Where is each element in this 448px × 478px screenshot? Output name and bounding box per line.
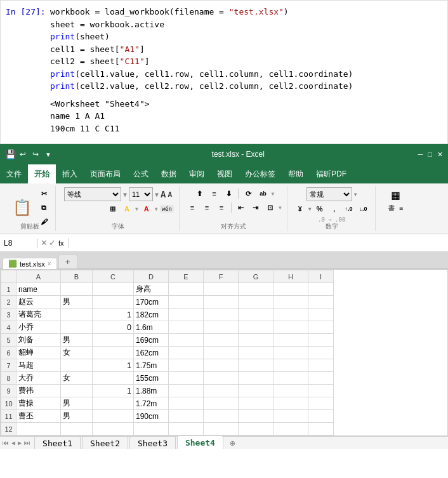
align-bottom-btn[interactable]: ⬇ (222, 187, 235, 200)
cell-4-C[interactable]: 0 (93, 321, 134, 334)
col-header-i[interactable]: I (308, 270, 334, 283)
cell-4-A[interactable]: 小乔 (16, 321, 61, 334)
cell-4-E[interactable] (169, 321, 204, 334)
currency-dropdown[interactable]: ▼ (308, 206, 312, 212)
menu-start[interactable]: 开始 (28, 164, 56, 183)
wenhao-btn[interactable]: wén (160, 205, 174, 213)
cell-5-F[interactable] (204, 334, 239, 347)
cell-2-G[interactable] (239, 296, 273, 309)
cell-2-B[interactable]: 男 (61, 296, 93, 309)
redo-icon[interactable]: ↪ (30, 149, 41, 159)
cell-2-A[interactable]: 赵云 (16, 296, 61, 309)
cell-8-A[interactable]: 大乔 (16, 372, 61, 385)
cell-7-I[interactable] (308, 359, 334, 372)
fill-color-dropdown[interactable]: ▼ (135, 206, 138, 212)
cell-12-E[interactable] (169, 423, 204, 435)
undo-icon[interactable]: ↩ (18, 149, 28, 159)
cell-6-D[interactable]: 162cm (134, 347, 169, 359)
rotate-text-btn[interactable]: ⟳ (242, 187, 254, 200)
cell-1-F[interactable] (204, 283, 239, 296)
underline-button[interactable] (91, 202, 104, 215)
col-header-h[interactable]: H (273, 270, 308, 283)
cell-8-C[interactable] (93, 372, 134, 385)
cell-11-F[interactable] (204, 410, 239, 423)
menu-review[interactable]: 审阅 (183, 164, 211, 183)
decrease-decimal-btn[interactable]: ↓.0 (357, 202, 370, 215)
cell-12-I[interactable] (308, 423, 334, 435)
sheet-nav-next[interactable]: ▶ (18, 439, 22, 446)
cell-7-G[interactable] (239, 359, 273, 372)
cell-8-E[interactable] (169, 372, 204, 385)
cell-10-B[interactable]: 男 (61, 397, 93, 410)
menu-insert[interactable]: 插入 (56, 164, 84, 183)
align-left-btn[interactable]: ≡ (186, 201, 199, 214)
spreadsheet-container[interactable]: A B C D E F G H I 1name身高2赵云男170cm3诸葛亮11… (0, 269, 448, 436)
align-top-btn[interactable]: ⬆ (193, 187, 206, 200)
cell-9-B[interactable] (61, 385, 93, 397)
row-header-5[interactable]: 5 (1, 334, 16, 347)
cell-9-H[interactable] (273, 385, 308, 397)
cell-10-C[interactable] (93, 397, 134, 410)
cell-1-A[interactable]: name (16, 283, 61, 296)
cell-11-G[interactable] (239, 410, 273, 423)
cell-8-B[interactable]: 女 (61, 372, 93, 385)
cell-11-I[interactable] (308, 410, 334, 423)
col-header-g[interactable]: G (239, 270, 273, 283)
add-sheet-btn[interactable]: ⊕ (230, 438, 235, 448)
cell-ref[interactable]: L8 (0, 239, 38, 248)
bold-button[interactable] (62, 202, 75, 215)
cancel-formula-btn[interactable]: ✕ (41, 238, 48, 248)
menu-formula[interactable]: 公式 (127, 164, 155, 183)
percent-btn[interactable]: % (313, 202, 326, 215)
new-tab-btn[interactable]: + (58, 255, 77, 269)
cell-1-G[interactable] (239, 283, 273, 296)
cell-8-G[interactable] (239, 372, 273, 385)
border-button[interactable]: ⊞ (106, 202, 119, 215)
cell-11-H[interactable] (273, 410, 308, 423)
cell-2-D[interactable]: 170cm (134, 296, 169, 309)
number-format-select[interactable]: 常规 (306, 187, 352, 201)
cell-10-D[interactable]: 1.72m (134, 397, 169, 410)
sheet-tab-sheet2[interactable]: Sheet2 (82, 436, 128, 449)
maximize-btn[interactable]: □ (428, 150, 432, 159)
row-header-6[interactable]: 6 (1, 347, 16, 359)
cell-10-H[interactable] (273, 397, 308, 410)
cell-6-C[interactable] (93, 347, 134, 359)
cell-9-F[interactable] (204, 385, 239, 397)
extra-icon-1[interactable]: ▦ (392, 187, 400, 202)
ab-wrap-btn[interactable]: ab (256, 187, 269, 200)
align-center-btn[interactable]: ≡ (201, 201, 213, 214)
cell-3-H[interactable] (273, 309, 308, 321)
cell-12-C[interactable] (93, 423, 134, 435)
cell-6-B[interactable]: 女 (61, 347, 93, 359)
menu-foxitpdf[interactable]: 福昕PDF (310, 164, 353, 183)
sheet-nav-first[interactable]: ⏮ (3, 439, 9, 446)
cell-11-B[interactable]: 男 (61, 410, 93, 423)
cell-7-F[interactable] (204, 359, 239, 372)
cell-1-H[interactable] (273, 283, 308, 296)
cell-6-F[interactable] (204, 347, 239, 359)
cell-11-A[interactable]: 曹丕 (16, 410, 61, 423)
save-icon[interactable]: 💾 (5, 149, 15, 159)
cell-6-I[interactable] (308, 347, 334, 359)
cell-2-F[interactable] (204, 296, 239, 309)
cell-5-G[interactable] (239, 334, 273, 347)
fill-color-button[interactable]: A (121, 202, 133, 215)
col-header-f[interactable]: F (204, 270, 239, 283)
paste-button[interactable]: 📋 (9, 197, 36, 218)
cell-9-G[interactable] (239, 385, 273, 397)
cell-10-E[interactable] (169, 397, 204, 410)
cell-5-I[interactable] (308, 334, 334, 347)
cell-2-I[interactable] (308, 296, 334, 309)
cell-3-D[interactable]: 182cm (134, 309, 169, 321)
cell-10-A[interactable]: 曹操 (16, 397, 61, 410)
cell-2-E[interactable] (169, 296, 204, 309)
font-name-select[interactable]: 等线 (64, 187, 121, 201)
sheet-tab-sheet4[interactable]: Sheet4 (177, 435, 223, 449)
row-header-2[interactable]: 2 (1, 296, 16, 309)
cell-9-C[interactable]: 1 (93, 385, 134, 397)
cell-11-D[interactable]: 190cm (134, 410, 169, 423)
cell-6-G[interactable] (239, 347, 273, 359)
sheet-tab-sheet1[interactable]: Sheet1 (34, 436, 81, 449)
cut-button[interactable]: ✂ (37, 187, 50, 200)
